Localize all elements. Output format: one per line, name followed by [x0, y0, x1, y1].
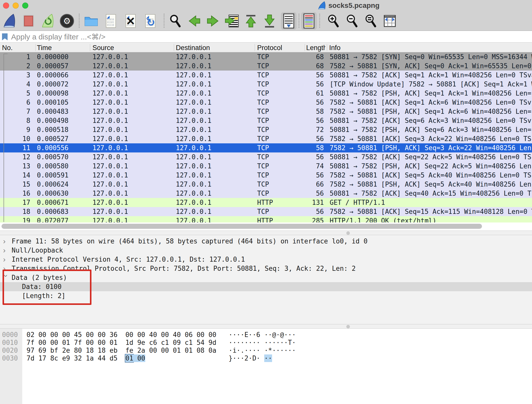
window-minimize-button[interactable]	[13, 3, 19, 9]
packet-row[interactable]: 40.000072127.0.0.1127.0.0.1TCP56[TCP Win…	[0, 80, 532, 89]
start-capture-button[interactable]	[2, 12, 17, 30]
hex-byte[interactable]: eb	[110, 347, 117, 354]
last-packet-button[interactable]	[262, 12, 277, 30]
hex-byte[interactable]: 00	[137, 354, 145, 362]
hex-byte[interactable]: 45	[74, 331, 82, 339]
hex-byte[interactable]: 80	[74, 347, 82, 354]
detail-line[interactable]: ›Data (2 bytes)	[0, 273, 532, 282]
column-divider[interactable]	[255, 44, 255, 51]
hex-byte[interactable]: 00	[161, 331, 169, 339]
hex-byte[interactable]: 00	[149, 347, 157, 354]
detail-line[interactable]: ›Frame 11: 58 bytes on wire (464 bits), …	[0, 237, 532, 246]
hex-row[interactable]: 002097 69 bf 2e 80 18 18 eb fe 2a 00 00 …	[0, 347, 532, 354]
chevron-right-icon[interactable]: ›	[3, 237, 9, 246]
hex-byte[interactable]: 18	[86, 347, 94, 354]
packet-row[interactable]: 140.000591127.0.0.1127.0.0.1TCP567582 → …	[0, 171, 532, 180]
hex-byte[interactable]: 01	[62, 339, 70, 346]
packet-row[interactable]: 130.000580127.0.0.1127.0.0.1TCP7450881 →…	[0, 162, 532, 171]
hex-byte[interactable]: 02	[27, 331, 34, 339]
zoom-in-button[interactable]	[325, 12, 341, 30]
zoom-out-button[interactable]	[344, 12, 360, 30]
hex-bytes[interactable]: 7f 00 00 01 7f 00 00 01 1d 9e c6 c1 09 c…	[27, 339, 216, 347]
packet-row[interactable]: 30.000066127.0.0.1127.0.0.1TCP5650881 → …	[0, 71, 532, 80]
hex-byte[interactable]: 09	[173, 339, 181, 346]
packet-row[interactable]: 60.000105127.0.0.1127.0.0.1TCP567582 → 5…	[0, 98, 532, 107]
hex-byte[interactable]: 00	[62, 331, 70, 339]
hex-byte[interactable]: 00	[38, 339, 46, 346]
packet-row[interactable]: 90.000518127.0.0.1127.0.0.1TCP7250881 → …	[0, 125, 532, 134]
resize-columns-button[interactable]	[382, 12, 398, 30]
hex-byte[interactable]: 97	[27, 347, 34, 354]
hex-byte[interactable]: 1a	[86, 354, 94, 362]
column-divider[interactable]	[90, 44, 90, 51]
hex-byte[interactable]: c6	[149, 339, 157, 346]
hex-byte[interactable]: 40	[173, 331, 181, 339]
column-divider[interactable]	[174, 44, 174, 51]
hex-byte[interactable]: 44	[98, 354, 106, 362]
hex-byte[interactable]: 7f	[74, 339, 82, 346]
hex-byte[interactable]: 00	[208, 331, 216, 339]
hex-ascii[interactable]: }···2·D· ··	[229, 354, 272, 362]
capture-options-button[interactable]: ⚙	[59, 12, 75, 30]
hex-byte[interactable]: 1d	[125, 339, 133, 346]
hex-byte[interactable]: 06	[185, 331, 192, 339]
detail-line[interactable]: ›Transmission Control Protocol, Src Port…	[0, 264, 532, 273]
hex-byte[interactable]: fe	[125, 347, 133, 354]
packet-row[interactable]: 150.000624127.0.0.1127.0.0.1TCP667582 → …	[0, 180, 532, 189]
hex-byte[interactable]: 00	[197, 331, 204, 339]
packet-row[interactable]: 160.000630127.0.0.1127.0.0.1TCP5650881 →…	[0, 189, 532, 198]
hex-ascii[interactable]: ····E··6 ··@·@···	[229, 331, 296, 339]
chevron-right-icon[interactable]: ›	[3, 264, 9, 273]
detail-line[interactable]: [Length: 2]	[0, 291, 532, 300]
packet-row[interactable]: 120.000570127.0.0.1127.0.0.1TCP5650881 →…	[0, 152, 532, 162]
hex-byte[interactable]: 17	[38, 354, 46, 362]
hex-byte[interactable]: e9	[62, 354, 70, 362]
display-filter-input[interactable]: Apply a display filter ...<⌘/>	[0, 31, 532, 43]
packet-row[interactable]: 20.000057127.0.0.1127.0.0.1TCP687582 → 5…	[0, 61, 532, 71]
chevron-right-icon[interactable]: ›	[3, 246, 9, 255]
hex-byte[interactable]: 9d	[208, 339, 216, 346]
auto-scroll-toggle[interactable]	[281, 12, 297, 30]
hex-ascii[interactable]: ········ ······T·	[229, 339, 296, 347]
chevron-down-icon[interactable]: ›	[2, 275, 11, 281]
hex-byte[interactable]: c1	[161, 339, 169, 346]
column-divider[interactable]	[327, 44, 327, 51]
hex-byte[interactable]: 00	[137, 331, 145, 339]
window-zoom-button[interactable]	[22, 3, 28, 9]
packet-row[interactable]: 170.000671127.0.0.1127.0.0.1HTTP131GET /…	[0, 198, 532, 207]
pane-divider-list-details[interactable]	[0, 231, 532, 235]
hex-byte[interactable]: 00	[50, 339, 58, 346]
hex-byte[interactable]: 36	[110, 331, 117, 339]
column-divider[interactable]	[35, 44, 36, 51]
packet-row[interactable]: 180.000683127.0.0.1127.0.0.1TCP567582 → …	[0, 207, 532, 216]
detail-line[interactable]: ›Null/Loopback	[0, 246, 532, 255]
save-file-button[interactable]: ◢ 010100110101110	[103, 12, 119, 30]
hex-byte[interactable]: 7f	[27, 339, 34, 346]
stop-capture-button[interactable]	[21, 12, 36, 30]
hex-byte[interactable]: 8c	[50, 354, 58, 362]
hex-bytes[interactable]: 02 00 00 00 45 00 00 36 00 00 40 00 40 0…	[27, 331, 216, 339]
hex-byte[interactable]: 00	[161, 347, 169, 354]
detail-line[interactable]: ›Internet Protocol Version 4, Src: 127.0…	[0, 255, 532, 264]
detail-line[interactable]: Data: 0100	[0, 282, 532, 291]
hex-byte[interactable]: 00	[38, 331, 46, 339]
zoom-original-button[interactable]	[363, 12, 378, 30]
hex-byte[interactable]: 7d	[27, 354, 34, 362]
close-file-button[interactable]: ◢ 010100110101110 ✕	[123, 12, 138, 30]
hex-bytes[interactable]: 7d 17 8c e9 32 1a 44 d5 01 00	[27, 354, 145, 362]
next-packet-button[interactable]	[205, 12, 221, 30]
find-packet-button[interactable]	[167, 12, 183, 30]
column-header-source[interactable]: Source	[92, 44, 114, 52]
hex-byte[interactable]: 9e	[137, 339, 145, 346]
column-header-destination[interactable]: Destination	[176, 44, 210, 52]
restart-capture-button[interactable]	[40, 12, 56, 30]
colorize-packets-toggle[interactable]	[301, 12, 317, 30]
hex-byte[interactable]: 69	[38, 347, 46, 354]
packet-row[interactable]: 10.000000127.0.0.1127.0.0.1TCP6850881 → …	[0, 52, 532, 61]
hex-byte[interactable]: 2e	[62, 347, 70, 354]
pane-divider-details-bytes[interactable]	[0, 324, 532, 329]
hex-byte[interactable]: 01	[110, 339, 117, 346]
column-header-info[interactable]: Info	[329, 44, 341, 52]
hex-byte[interactable]: 01	[173, 347, 181, 354]
horizontal-scrollbar-track[interactable]	[0, 222, 532, 231]
